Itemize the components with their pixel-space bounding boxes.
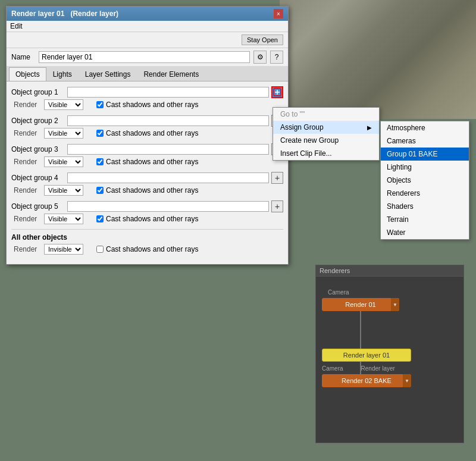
- obj-group-4-label: Object group 4: [11, 174, 65, 182]
- render-select-4[interactable]: Visible Invisible: [44, 185, 83, 196]
- object-group-2-row: Object group 2 +: [11, 115, 283, 127]
- object-group-3-row: Object group 3 +: [11, 143, 283, 155]
- submenu-atmosphere[interactable]: Atmosphere: [381, 121, 469, 134]
- object-group-4-row: Object group 4 +: [11, 172, 283, 184]
- obj-group-5-label: Object group 5: [11, 202, 65, 211]
- dialog-titlebar: Render layer 01 (Render layer) ×: [7, 7, 288, 21]
- tab-render-elements[interactable]: Render Elements: [137, 67, 205, 81]
- dialog-content: Object group 1 Render Visible Invisible …: [7, 81, 288, 264]
- render-select-1[interactable]: Visible Invisible: [44, 99, 83, 110]
- all-other-render-label: Render: [14, 245, 40, 253]
- goto-item: Go to "": [273, 108, 379, 121]
- submenu-cameras[interactable]: Cameras: [381, 134, 469, 148]
- dialog-title: Render layer 01 (Render layer): [11, 10, 118, 18]
- render-layer-node[interactable]: Render layer 01: [322, 349, 411, 362]
- edit-menu[interactable]: Edit: [10, 22, 23, 30]
- cast-shadows-row-5: Cast shadows and other rays: [96, 215, 198, 223]
- cast-shadows-row-3: Cast shadows and other rays: [96, 158, 198, 166]
- tabs-row: Objects Lights Layer Settings Render Ele…: [7, 66, 288, 81]
- all-other-label: All other objects: [11, 233, 283, 242]
- render-select-3[interactable]: Visible Invisible: [44, 156, 83, 167]
- obj-group-5-render-row: Render Visible Invisible Cast shadows an…: [11, 214, 283, 224]
- obj-group-4-render-row: Render Visible Invisible Cast shadows an…: [11, 185, 283, 196]
- render-select-2[interactable]: Visible Invisible: [44, 128, 83, 139]
- cast-shadows-row-2: Cast shadows and other rays: [96, 129, 198, 137]
- create-new-group-item[interactable]: Create new Group: [273, 134, 379, 147]
- main-popup-menu: Go to "" Assign Group ▶ Atmosphere Camer…: [273, 107, 380, 161]
- render-layer-dialog: Render layer 01 (Render layer) × Edit St…: [6, 6, 289, 265]
- render-label-2: Render: [14, 129, 40, 137]
- cast-shadows-label-2: Cast shadows and other rays: [106, 129, 198, 137]
- obj-group-1-label: Object group 1: [11, 88, 65, 96]
- dialog-toolbar: Stay Open: [7, 32, 288, 48]
- submenu-water[interactable]: Water: [381, 226, 469, 239]
- node-labels: Camera Render layer: [322, 365, 395, 372]
- submenu-lighting[interactable]: Lighting: [381, 161, 469, 174]
- all-other-cast-shadows-row: Cast shadows and other rays: [96, 245, 198, 253]
- object-group-5-row: Object group 5 +: [11, 200, 283, 212]
- cast-shadows-cb-1[interactable]: [96, 101, 104, 108]
- dialog-menubar: Edit: [7, 21, 288, 32]
- submenu-renderers[interactable]: Renderers: [381, 187, 469, 200]
- context-menu: Go to "" Assign Group ▶ Atmosphere Camer…: [273, 107, 380, 161]
- all-other-render-row: Render Visible Invisible Cast shadows an…: [11, 244, 283, 255]
- cast-shadows-cb-2[interactable]: [96, 130, 104, 137]
- name-input[interactable]: [39, 51, 250, 63]
- obj-group-2-input[interactable]: [67, 115, 269, 126]
- render-label-1: Render: [14, 101, 40, 109]
- cast-shadows-row-4: Cast shadows and other rays: [96, 186, 198, 195]
- render-label-3: Render: [14, 158, 40, 166]
- name-row: Name ⚙ ?: [7, 48, 288, 66]
- add-icon: [273, 88, 281, 96]
- tab-objects[interactable]: Objects: [9, 67, 46, 81]
- divider: [11, 229, 283, 230]
- assign-group-chevron: ▶: [367, 124, 372, 131]
- submenu-shaders[interactable]: Shaders: [381, 200, 469, 213]
- stay-open-button[interactable]: Stay Open: [242, 35, 283, 45]
- obj-group-1-add-btn[interactable]: [271, 86, 283, 98]
- renderers-title: Renderers: [316, 265, 464, 277]
- render01-node[interactable]: Render 01 ▼: [322, 298, 399, 311]
- camera-label-1: Camera: [328, 289, 349, 296]
- cast-shadows-cb-4[interactable]: [96, 187, 104, 194]
- gear-button[interactable]: ⚙: [253, 51, 267, 64]
- tab-layer-settings[interactable]: Layer Settings: [79, 67, 137, 81]
- obj-group-1-input[interactable]: [67, 87, 269, 98]
- cast-shadows-label-1: Cast shadows and other rays: [106, 101, 198, 109]
- help-button[interactable]: ?: [270, 51, 283, 64]
- all-other-cast-shadows-label: Cast shadows and other rays: [106, 245, 198, 253]
- obj-group-2-label: Object group 2: [11, 117, 65, 125]
- obj-group-4-input[interactable]: [67, 173, 269, 183]
- render-label-5: Render: [14, 215, 40, 223]
- obj-group-5-input[interactable]: [67, 201, 269, 212]
- cast-shadows-label-4: Cast shadows and other rays: [106, 186, 198, 195]
- obj-group-1-render-row: Render Visible Invisible Cast shadows an…: [11, 99, 283, 110]
- cast-shadows-label-3: Cast shadows and other rays: [106, 158, 198, 166]
- cast-shadows-row-1: Cast shadows and other rays: [96, 101, 198, 109]
- name-label: Name: [11, 53, 35, 61]
- insert-clip-item[interactable]: Insert Clip File...: [273, 147, 379, 160]
- obj-group-4-add-btn[interactable]: +: [271, 172, 283, 184]
- all-other-render-select[interactable]: Visible Invisible: [44, 244, 83, 255]
- submenu-group01bake[interactable]: Group 01 BAKE: [381, 148, 469, 161]
- submenu-terrain[interactable]: Terrain: [381, 213, 469, 226]
- renderers-panel: Renderers Camera Render 01 ▼ Render laye…: [315, 265, 464, 443]
- render-select-5[interactable]: Visible Invisible: [44, 214, 83, 224]
- render-label-4: Render: [14, 186, 40, 195]
- assign-group-submenu: Atmosphere Cameras Group 01 BAKE Lightin…: [380, 121, 469, 240]
- all-other-cast-shadows-cb[interactable]: [96, 246, 104, 253]
- cast-shadows-cb-5[interactable]: [96, 215, 104, 222]
- submenu-objects[interactable]: Objects: [381, 174, 469, 187]
- obj-group-3-input[interactable]: [67, 144, 269, 155]
- obj-group-5-add-btn[interactable]: +: [271, 200, 283, 212]
- tab-lights[interactable]: Lights: [46, 67, 79, 81]
- render02-node[interactable]: Render 02 BAKE ▼: [322, 374, 411, 387]
- cast-shadows-cb-3[interactable]: [96, 158, 104, 165]
- cast-shadows-label-5: Cast shadows and other rays: [106, 215, 198, 223]
- terrain-background: [280, 0, 476, 119]
- obj-group-2-render-row: Render Visible Invisible Cast shadows an…: [11, 128, 283, 139]
- close-button[interactable]: ×: [274, 9, 283, 18]
- object-group-1-row: Object group 1: [11, 86, 283, 98]
- assign-group-item[interactable]: Assign Group ▶ Atmosphere Cameras Group …: [273, 121, 379, 134]
- obj-group-3-label: Object group 3: [11, 145, 65, 153]
